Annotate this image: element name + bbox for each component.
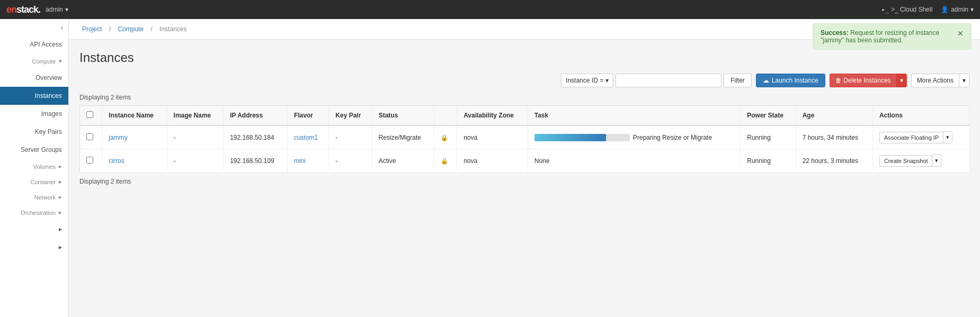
sidebar-item-label: Instances	[35, 92, 62, 99]
sidebar-expand-2[interactable]: ▸	[0, 238, 68, 256]
breadcrumb-compute[interactable]: Compute	[115, 25, 148, 33]
delete-instances-button[interactable]: 🗑 Delete Instances	[830, 74, 896, 87]
launch-instance-button[interactable]: ☁ Launch Instance	[756, 74, 825, 87]
admin-label: admin	[46, 6, 63, 13]
row2-keypair-cell: -	[329, 149, 372, 173]
row1-image-name: -	[174, 134, 176, 141]
row1-flavor-link[interactable]: custom1	[294, 134, 318, 141]
chevron-down-icon: ▾	[59, 58, 62, 65]
row2-lock-cell: 🔒	[434, 149, 457, 173]
sidebar-volumes-group[interactable]: Volumes ▸	[0, 159, 68, 174]
page-content: Instances Instance ID = ▾ Filter ☁ Launc…	[69, 40, 980, 200]
row2-lock-icon: 🔒	[441, 158, 448, 164]
row2-actions-cell: Create Snapshot ▾	[872, 149, 969, 173]
sidebar-compute-label: Compute	[32, 58, 56, 65]
breadcrumb-project[interactable]: Project	[79, 25, 106, 33]
sidebar: ‹ API Access Compute ▾ Overview Instance…	[0, 19, 69, 317]
row1-task-progress-container: Preparing Resize or Migrate	[534, 134, 734, 141]
filter-button[interactable]: Filter	[724, 74, 752, 87]
row1-image-cell: -	[167, 125, 224, 149]
table-row: jammy - 192.168.50.184 custom1 -	[80, 125, 969, 149]
sidebar-compute-group[interactable]: Compute ▾	[0, 53, 68, 69]
sidebar-container-group[interactable]: Container ▸	[0, 174, 68, 189]
admin-menu[interactable]: admin ▾	[46, 6, 68, 13]
row1-action-arrow[interactable]: ▾	[943, 131, 952, 143]
sidebar-collapse-toggle[interactable]: ‹	[0, 19, 68, 35]
row1-task-cell: Preparing Resize or Migrate	[528, 125, 741, 149]
row2-flavor-cell: mini	[287, 149, 328, 173]
row1-status-cell: Resize/Migrate	[372, 125, 434, 149]
breadcrumb-instances: Instances	[159, 25, 186, 33]
sidebar-item-server-groups[interactable]: Server Groups	[0, 141, 68, 159]
row1-flavor-cell: custom1	[287, 125, 328, 149]
more-actions-button[interactable]: More Actions	[911, 74, 959, 87]
row1-action-group: Associate Floating IP ▾	[879, 131, 952, 143]
sidebar-item-instances[interactable]: Instances	[0, 87, 68, 105]
row2-task-label: None	[534, 157, 550, 165]
row2-checkbox[interactable]	[86, 157, 93, 164]
row2-instance-link[interactable]: cirros	[109, 157, 124, 165]
row2-name-cell: cirros	[102, 149, 167, 173]
row1-status: Resize/Migrate	[379, 134, 421, 141]
row2-action-button[interactable]: Create Snapshot	[879, 155, 932, 167]
sidebar-item-label: Key Pairs	[35, 128, 62, 135]
sidebar-item-api-access[interactable]: API Access	[0, 35, 68, 53]
breadcrumb-sep1: /	[109, 25, 113, 33]
table-col-flavor: Flavor	[287, 106, 328, 126]
row1-action-button[interactable]: Associate Floating IP	[879, 132, 943, 143]
sidebar-expand-1[interactable]: ▸	[0, 220, 68, 238]
table-col-task: Task	[528, 106, 741, 126]
sidebar-item-label: Overview	[35, 74, 62, 81]
row1-az: nova	[464, 134, 477, 141]
row2-keypair: -	[335, 157, 337, 165]
user-chevron-icon: ▾	[970, 6, 974, 13]
row2-status-cell: Active	[372, 149, 434, 173]
table-col-ip-address: IP Address	[224, 106, 288, 126]
topbar: enstack. admin ▾ ▸_ >_ Cloud Shell 👤 adm…	[0, 0, 980, 19]
more-actions-arrow[interactable]: ▾	[959, 74, 969, 87]
row1-lock-icon: 🔒	[441, 134, 448, 141]
delete-instances-arrow[interactable]: ▾	[896, 74, 907, 87]
row1-keypair-cell: -	[329, 125, 372, 149]
table-col-checkbox	[80, 106, 102, 126]
select-all-checkbox[interactable]	[86, 111, 93, 118]
logo: enstack.	[6, 4, 40, 15]
row2-action-arrow[interactable]: ▾	[932, 155, 941, 167]
sidebar-orchestration-label: Orchestration	[21, 210, 56, 216]
sidebar-item-overview[interactable]: Overview	[0, 69, 68, 87]
user-menu[interactable]: 👤 admin ▾	[941, 6, 974, 13]
row1-checkbox[interactable]	[86, 133, 93, 140]
chevron-left-icon: ‹	[61, 23, 63, 31]
row2-flavor-link[interactable]: mini	[294, 157, 306, 165]
filter-select-label: Instance ID =	[566, 77, 603, 84]
row1-name-cell: jammy	[102, 125, 167, 149]
filter-chevron-icon: ▾	[605, 77, 609, 84]
row2-az-cell: nova	[457, 149, 528, 173]
row1-age-cell: 7 hours, 34 minutes	[796, 125, 872, 149]
filter-input[interactable]	[616, 74, 721, 87]
notification-content: Success: Request for resizing of instanc…	[821, 29, 949, 44]
row2-action-group: Create Snapshot ▾	[879, 155, 942, 167]
admin-chevron-icon: ▾	[65, 6, 68, 13]
filter-group: Instance ID = ▾ Filter	[561, 74, 752, 87]
row2-age: 22 hours, 3 minutes	[803, 157, 858, 165]
sidebar-item-key-pairs[interactable]: Key Pairs	[0, 123, 68, 141]
filter-select[interactable]: Instance ID = ▾	[561, 74, 613, 87]
chevron-right-icon: ▸	[59, 194, 62, 201]
notification-close-button[interactable]: ✕	[953, 29, 964, 38]
sidebar-item-images[interactable]: Images	[0, 105, 68, 123]
row1-lock-cell: 🔒	[434, 125, 457, 149]
sidebar-orchestration-group[interactable]: Orchestration ▸	[0, 205, 68, 220]
notification-type: Success:	[821, 29, 849, 37]
cloud-shell-label: >_ Cloud Shell	[891, 6, 932, 13]
chevron-right-icon: ▸	[59, 243, 62, 251]
table-col-age: Age	[796, 106, 872, 126]
cloud-shell-link[interactable]: ▸_ >_ Cloud Shell	[881, 6, 932, 13]
sidebar-item-label: Server Groups	[21, 146, 62, 153]
display-count-top: Displaying 2 items	[79, 94, 969, 101]
row1-az-cell: nova	[457, 125, 528, 149]
row1-instance-link[interactable]: jammy	[109, 134, 127, 141]
sidebar-network-group[interactable]: Network ▸	[0, 189, 68, 205]
table-col-power-state: Power State	[741, 106, 796, 126]
layout: ‹ API Access Compute ▾ Overview Instance…	[0, 19, 980, 317]
